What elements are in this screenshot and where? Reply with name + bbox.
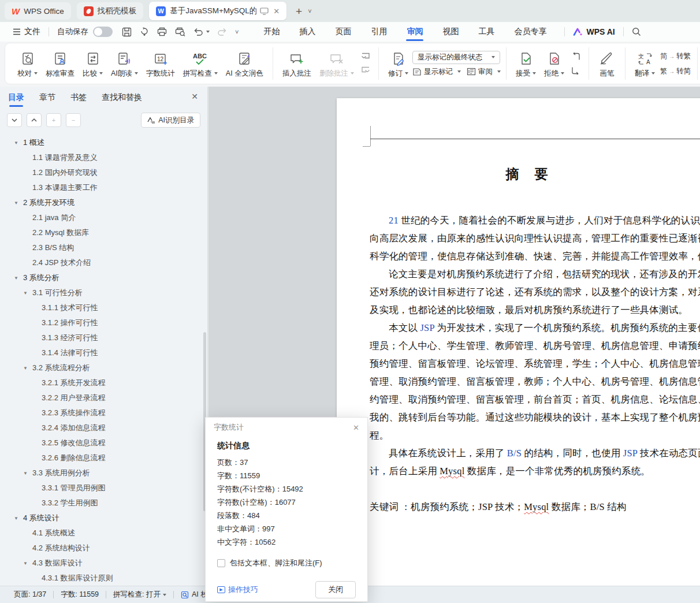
wps-ai-button[interactable]: WPS AI: [573, 27, 615, 36]
outline-item[interactable]: 1.1 课题背景及意义: [0, 150, 207, 165]
close-dialog-icon[interactable]: ✕: [353, 423, 359, 432]
undo-button[interactable]: [193, 28, 210, 36]
expand-all-button[interactable]: [7, 113, 22, 127]
outline-item[interactable]: 3.2.2 用户登录流程: [0, 390, 207, 405]
accept-button[interactable]: 接受: [512, 47, 540, 81]
quick-access-chevron-icon[interactable]: ˅: [235, 28, 239, 35]
previous-comment-icon[interactable]: [359, 51, 372, 62]
menu-item[interactable]: 插入: [289, 22, 325, 42]
outline-item[interactable]: 3.1.4 法律可行性: [0, 345, 207, 360]
tab-wps-home[interactable]: W WPS Office: [5, 2, 71, 20]
track-changes-button[interactable]: 修订: [384, 47, 412, 81]
outline-item[interactable]: 2.1 java 简介: [0, 210, 207, 225]
word-count-button[interactable]: 12 字数统计: [142, 47, 179, 81]
brush-button[interactable]: 画笔: [594, 47, 620, 81]
close-button[interactable]: 关闭: [315, 581, 356, 598]
to-traditional-button[interactable]: 简→ 转繁: [660, 51, 691, 61]
outline-item[interactable]: ▼ 4.3 数据库设计: [0, 556, 207, 571]
ai-outline-button[interactable]: AI识别目录: [141, 113, 200, 128]
outline-item[interactable]: 3.2.6 删除信息流程: [0, 451, 207, 466]
sidebar-tab[interactable]: 章节: [39, 87, 55, 109]
close-tab-icon[interactable]: ✕: [273, 7, 280, 16]
include-textbox-checkbox[interactable]: [217, 559, 225, 567]
outline-item[interactable]: 1.2 国内外研究现状: [0, 165, 207, 180]
close-sidebar-icon[interactable]: ✕: [191, 92, 198, 101]
file-menu[interactable]: 文件: [13, 27, 40, 37]
tab-document[interactable]: W 基于JavaSSM+MySQL的机房 ✕: [149, 2, 286, 20]
expand-arrow-icon[interactable]: ▼: [14, 276, 23, 281]
export-icon[interactable]: [140, 27, 149, 37]
insert-comment-button[interactable]: 插入批注: [278, 47, 315, 81]
outline-item[interactable]: ▼ 3 系统分析: [0, 270, 207, 285]
next-change-icon[interactable]: [569, 65, 582, 76]
outline-item[interactable]: 3.2.5 修改信息流程: [0, 436, 207, 451]
outline-item[interactable]: 3.1.1 技术可行性: [0, 300, 207, 315]
expand-arrow-icon[interactable]: ▼: [14, 200, 23, 206]
menu-item[interactable]: 审阅: [397, 22, 433, 42]
demote-button[interactable]: −: [66, 113, 81, 127]
outline-item[interactable]: 3.1.3 经济可行性: [0, 330, 207, 345]
to-simplified-button[interactable]: 繁→ 转简: [660, 66, 691, 76]
monitor-icon[interactable]: [260, 8, 269, 15]
autosave-toggle[interactable]: [93, 27, 113, 37]
print-icon[interactable]: [157, 27, 167, 36]
expand-arrow-icon[interactable]: ▼: [14, 516, 23, 521]
outline-item[interactable]: ▼ 3.1 可行性分析: [0, 285, 207, 300]
print-preview-icon[interactable]: [175, 27, 185, 36]
outline-item[interactable]: 3.2.4 添加信息流程: [0, 420, 207, 436]
menu-item[interactable]: 工具: [468, 22, 504, 42]
sidebar-tab[interactable]: 目录: [8, 87, 24, 109]
autosave-control[interactable]: 自动保存: [57, 27, 113, 37]
promote-button[interactable]: +: [46, 113, 61, 127]
outline-item[interactable]: ▼ 4 系统设计: [0, 511, 207, 526]
expand-arrow-icon[interactable]: ▼: [14, 140, 23, 146]
show-markup-button[interactable]: 显示标记: [412, 67, 461, 77]
proofread-button[interactable]: 校对: [13, 47, 42, 81]
outline-item[interactable]: 3.3.2 学生用例图: [0, 496, 207, 511]
tips-link[interactable]: ▶ 操作技巧: [217, 585, 258, 595]
previous-change-icon[interactable]: [569, 51, 582, 62]
outline-item[interactable]: 3.3.1 管理员用例图: [0, 481, 207, 496]
tab-docer[interactable]: 找稻壳模板: [77, 2, 144, 20]
outline-item[interactable]: ▼ 1 概述: [0, 135, 207, 150]
review-pane-button[interactable]: 审阅: [467, 67, 501, 77]
spell-check-button[interactable]: ABC 拼写检查: [179, 47, 222, 81]
search-icon[interactable]: [632, 27, 641, 36]
translate-button[interactable]: 文A 翻译: [631, 47, 659, 81]
outline-item[interactable]: 2.4 JSP 技术介绍: [0, 255, 207, 270]
outline-item[interactable]: 4.3.1 数据库设计原则: [0, 571, 207, 586]
ai-read-button[interactable]: AI朗读: [107, 47, 142, 81]
expand-arrow-icon[interactable]: ▼: [23, 366, 32, 371]
outline-item[interactable]: ▼ 3.2 系统流程分析: [0, 360, 207, 375]
new-tab-button[interactable]: +: [296, 6, 302, 17]
outline-item[interactable]: ▼ 2 系统开发环境: [0, 195, 207, 210]
delete-comment-button[interactable]: 删除批注: [315, 47, 358, 81]
page-indicator[interactable]: 页面: 1/37: [7, 590, 53, 600]
menu-item[interactable]: 引用: [361, 22, 397, 42]
outline-item[interactable]: 3.1.2 操作可行性: [0, 315, 207, 330]
sidebar-tab[interactable]: 书签: [70, 87, 87, 109]
document-page[interactable]: 摘 要 21 世纪的今天，随着社会的不断发展与进步，人们对于信息科学化的认识， …: [337, 98, 700, 586]
outline-item[interactable]: 2.2 Mysql 数据库: [0, 225, 207, 240]
redo-button[interactable]: [218, 28, 227, 36]
menu-item[interactable]: 视图: [433, 22, 468, 42]
expand-arrow-icon[interactable]: ▼: [23, 471, 32, 476]
word-count-indicator[interactable]: 字数: 11559: [54, 590, 106, 600]
menu-item[interactable]: 开始: [254, 22, 289, 42]
outline-item[interactable]: ▼ 3.3 系统用例分析: [0, 466, 207, 481]
outline-item[interactable]: 4.2 系统结构设计: [0, 541, 207, 556]
markup-state-select[interactable]: 显示标记的最终状态: [412, 51, 500, 64]
next-comment-icon[interactable]: [359, 65, 372, 76]
collapse-all-button[interactable]: [27, 113, 42, 127]
outline-item[interactable]: 4.1 系统概述: [0, 526, 207, 541]
expand-arrow-icon[interactable]: ▼: [23, 291, 32, 296]
menu-item[interactable]: 页面: [325, 22, 361, 42]
tab-list-chevron-icon[interactable]: ˅: [308, 8, 311, 14]
standard-review-button[interactable]: 标准审查: [42, 47, 79, 81]
outline-item[interactable]: 3.2.3 系统操作流程: [0, 405, 207, 420]
outline-item[interactable]: 1.3 本课题主要工作: [0, 180, 207, 195]
ai-polish-button[interactable]: AI 全文润色: [222, 47, 267, 81]
sidebar-tab[interactable]: 查找和替换: [102, 87, 142, 109]
spell-check-status[interactable]: 拼写检查: 打开: [106, 590, 173, 600]
menu-item[interactable]: 会员专享: [504, 22, 556, 42]
